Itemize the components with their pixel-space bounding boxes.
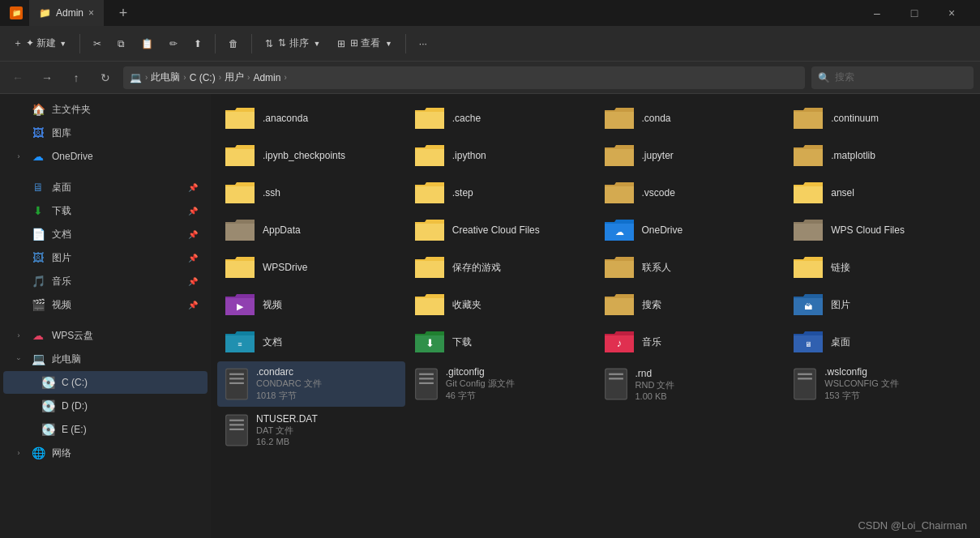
paste-button[interactable]: 📋 <box>135 31 160 57</box>
share-button[interactable]: ⬆ <box>187 31 208 57</box>
list-item[interactable]: .continuum <box>785 100 974 136</box>
list-item[interactable]: .conda <box>597 100 785 136</box>
svg-text:▶: ▶ <box>237 301 244 311</box>
sidebar-item-edrive[interactable]: 💽 E (E:) <box>3 418 208 441</box>
list-item[interactable]: WPS Cloud Files <box>785 212 974 248</box>
breadcrumb-sep-4: › <box>284 73 286 82</box>
list-item[interactable]: 联系人 <box>597 250 785 285</box>
back-button[interactable]: ← <box>6 66 29 89</box>
documents-icon: 📄 <box>31 227 45 241</box>
view-button[interactable]: ⊞ ⊞ 查看 ▼ <box>331 31 399 57</box>
list-item[interactable]: 搜索 <box>597 287 785 322</box>
list-item[interactable]: .condarc CONDARC 文件 1018 字节 <box>217 361 405 407</box>
list-item[interactable]: ansel <box>785 175 974 211</box>
sidebar-item-desktop[interactable]: 🖥 桌面 📌 <box>3 176 208 199</box>
sidebar-item-home[interactable]: 🏠 主文件夹 <box>3 98 208 121</box>
view-dropdown-icon: ▼ <box>385 40 392 48</box>
main-layout: 🏠 主文件夹 🖼 图库 › ☁ OneDrive 🖥 桌面 📌 ⬇ 下载 📌 <box>0 94 980 538</box>
breadcrumb-item-users[interactable]: 用户 <box>225 70 244 84</box>
file-docs-info: 文档 <box>263 335 399 349</box>
sidebar-item-documents[interactable]: 📄 文档 📌 <box>3 223 208 246</box>
videos-pin: 📌 <box>188 301 198 310</box>
refresh-button[interactable]: ↻ <box>94 66 117 89</box>
list-item[interactable]: .gitconfig Git Config 源文件 46 字节 <box>407 361 595 407</box>
toolbar-sep-3 <box>251 34 252 53</box>
search-icon: 🔍 <box>818 72 830 83</box>
breadcrumb-item-drive[interactable]: C (C:) <box>190 72 216 83</box>
tab-close[interactable]: × <box>88 7 94 19</box>
sidebar-item-wps[interactable]: › ☁ WPS云盘 <box>3 324 208 347</box>
sidebar-item-onedrive[interactable]: › ☁ OneDrive <box>3 145 208 168</box>
sidebar-item-network[interactable]: › 🌐 网络 <box>3 442 208 464</box>
up-button[interactable]: ↑ <box>65 66 88 89</box>
list-item[interactable]: .vscode <box>597 175 785 211</box>
edrive-icon: 💽 <box>41 422 55 437</box>
list-item[interactable]: Creative Cloud Files <box>407 212 595 248</box>
file-desktop-info: 桌面 <box>831 335 967 349</box>
list-item[interactable]: 🖥 桌面 <box>785 324 974 360</box>
list-item[interactable]: .ssh <box>217 175 405 211</box>
list-item[interactable]: 收藏夹 <box>407 287 595 322</box>
documents-pin: 📌 <box>188 230 198 239</box>
svg-rect-22 <box>229 419 244 421</box>
new-button[interactable]: ＋ ✦ 新建 ▼ <box>6 31 73 57</box>
list-item[interactable]: .cache <box>407 100 595 136</box>
sidebar-item-music[interactable]: 🎵 音乐 📌 <box>3 270 208 292</box>
list-item[interactable]: ☁ OneDrive <box>597 212 785 248</box>
list-item[interactable]: 保存的游戏 <box>407 250 595 285</box>
sidebar-item-thispc[interactable]: › 💻 此电脑 <box>3 348 208 370</box>
list-item[interactable]: .ipynb_checkpoints <box>217 138 405 173</box>
sidebar-item-cdrive[interactable]: 💽 C (C:) <box>3 371 208 394</box>
delete-button[interactable]: 🗑 <box>222 31 245 57</box>
list-item[interactable]: .wslconfig WSLCONFIG 文件 153 字节 <box>785 361 974 407</box>
breadcrumb-item-admin[interactable]: Admin <box>253 72 280 83</box>
file-pictures-info: 图片 <box>831 298 967 312</box>
list-item[interactable]: ≡ 文档 <box>217 324 405 360</box>
sort-button[interactable]: ⇅ ⇅ 排序 ▼ <box>259 31 327 57</box>
more-button[interactable]: ··· <box>413 31 434 57</box>
list-item[interactable]: .rnd RND 文件 1.00 KB <box>597 361 785 407</box>
cut-button[interactable]: ✂ <box>87 31 108 57</box>
sidebar-label-cdrive: C (C:) <box>62 377 198 388</box>
folder-ssh-icon <box>224 180 256 206</box>
list-item[interactable]: .step <box>407 175 595 211</box>
file-gitconfig-icon <box>413 368 439 400</box>
list-item[interactable]: .anaconda <box>217 100 405 136</box>
breadcrumb-item-thispc[interactable]: 此电脑 <box>151 70 180 84</box>
list-item[interactable]: ▶ 视频 <box>217 287 405 322</box>
new-tab-button[interactable]: + <box>110 0 136 26</box>
list-item[interactable]: 链接 <box>785 250 974 285</box>
gallery-icon: 🖼 <box>31 126 45 140</box>
list-item[interactable]: WPSDrive <box>217 250 405 285</box>
list-item[interactable]: ♪ 音乐 <box>597 324 785 360</box>
active-tab[interactable]: 📁 Admin × <box>29 0 104 26</box>
folder-desktop-icon: 🖥 <box>792 329 824 355</box>
svg-rect-8 <box>229 374 244 375</box>
breadcrumb-sep-3: › <box>247 73 250 82</box>
tab-title: Admin <box>56 7 83 19</box>
sidebar-item-ddrive[interactable]: 💽 D (D:) <box>3 395 208 417</box>
forward-button[interactable]: → <box>36 66 58 89</box>
sidebar-item-gallery[interactable]: 🖼 图库 <box>3 122 208 144</box>
minimize-button[interactable]: – <box>858 0 896 26</box>
title-bar: 📁 📁 Admin × + – □ × <box>0 0 980 26</box>
list-item[interactable]: .matplotlib <box>785 138 974 173</box>
sidebar-item-downloads[interactable]: ⬇ 下载 📌 <box>3 199 208 222</box>
list-item[interactable]: AppData <box>217 212 405 248</box>
rename-button[interactable]: ✏ <box>163 31 184 57</box>
close-button[interactable]: × <box>933 0 970 26</box>
paste-icon: 📋 <box>141 38 153 49</box>
copy-button[interactable]: ⧉ <box>111 31 131 57</box>
sidebar-item-pictures[interactable]: 🖼 图片 📌 <box>3 246 208 269</box>
file-ccfiles-info: Creative Cloud Files <box>452 224 588 236</box>
list-item[interactable]: .jupyter <box>597 138 785 173</box>
list-item[interactable]: .ipython <box>407 138 595 173</box>
sidebar-item-videos[interactable]: 🎬 视频 📌 <box>3 293 208 316</box>
list-item[interactable]: ⬇ 下载 <box>407 324 595 360</box>
list-item[interactable]: NTUSER.DAT DAT 文件 16.2 MB <box>217 408 405 451</box>
list-item[interactable]: 🏔 图片 <box>785 287 974 322</box>
search-box[interactable]: 🔍 搜索 <box>811 66 974 89</box>
svg-text:♪: ♪ <box>616 337 622 349</box>
breadcrumb[interactable]: 💻 › 此电脑 › C (C:) › 用户 › Admin › <box>123 66 805 89</box>
maximize-button[interactable]: □ <box>896 0 933 26</box>
